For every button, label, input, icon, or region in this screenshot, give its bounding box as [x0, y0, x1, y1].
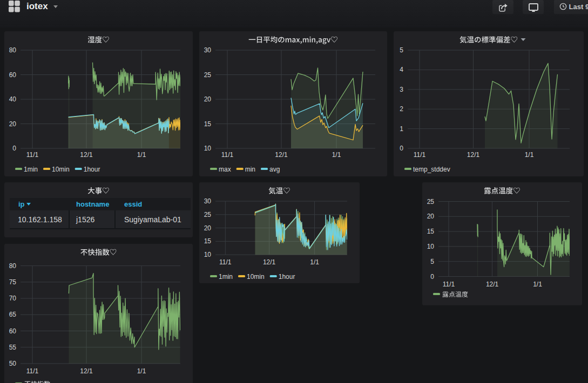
svg-text:11/1: 11/1 — [221, 151, 234, 159]
svg-text:15: 15 — [204, 237, 212, 245]
svg-text:12/1: 12/1 — [275, 151, 288, 159]
svg-text:5: 5 — [430, 258, 434, 265]
svg-text:0: 0 — [400, 145, 403, 152]
svg-text:12/1: 12/1 — [467, 151, 480, 159]
svg-text:0: 0 — [430, 273, 434, 281]
svg-text:1/1: 1/1 — [525, 151, 534, 159]
svg-text:1/1: 1/1 — [137, 367, 146, 375]
svg-text:1: 1 — [400, 125, 403, 133]
svg-text:0: 0 — [12, 145, 16, 152]
svg-text:max: max — [219, 166, 231, 173]
svg-text:65: 65 — [9, 311, 17, 318]
svg-text:11/1: 11/1 — [26, 367, 39, 375]
svg-text:10: 10 — [204, 251, 212, 258]
svg-text:75: 75 — [9, 278, 17, 286]
svg-text:1/1: 1/1 — [332, 151, 341, 159]
svg-text:30: 30 — [204, 197, 212, 205]
svg-text:5: 5 — [400, 46, 403, 54]
svg-text:20: 20 — [204, 224, 212, 232]
svg-text:70: 70 — [9, 295, 17, 302]
svg-text:10: 10 — [204, 145, 212, 152]
svg-text:1hour: 1hour — [84, 166, 100, 173]
svg-text:50: 50 — [9, 360, 17, 367]
svg-text:1hour: 1hour — [279, 273, 295, 281]
svg-text:25: 25 — [204, 211, 212, 218]
svg-text:1/1: 1/1 — [137, 151, 146, 159]
svg-text:10min: 10min — [247, 273, 265, 281]
svg-text:2: 2 — [400, 105, 403, 113]
svg-text:min: min — [245, 166, 255, 173]
svg-text:40: 40 — [9, 95, 17, 103]
svg-text:3: 3 — [400, 86, 403, 93]
svg-text:avg: avg — [269, 166, 280, 173]
svg-text:12/1: 12/1 — [80, 151, 93, 159]
svg-text:10: 10 — [427, 243, 435, 250]
svg-text:11/1: 11/1 — [219, 258, 232, 266]
svg-text:1min: 1min — [24, 166, 38, 173]
svg-text:11/1: 11/1 — [443, 281, 455, 288]
svg-text:30: 30 — [204, 46, 212, 54]
svg-text:25: 25 — [204, 71, 212, 79]
svg-text:12/1: 12/1 — [486, 281, 499, 288]
svg-text:temp_stddev: temp_stddev — [413, 166, 450, 173]
svg-text:4: 4 — [400, 66, 403, 73]
svg-text:12/1: 12/1 — [263, 258, 276, 266]
svg-text:1/1: 1/1 — [533, 281, 542, 288]
svg-text:55: 55 — [9, 344, 17, 351]
svg-text:20: 20 — [427, 213, 435, 220]
svg-text:25: 25 — [427, 198, 435, 206]
svg-text:60: 60 — [9, 71, 17, 79]
svg-text:80: 80 — [9, 262, 17, 270]
svg-text:60: 60 — [9, 327, 17, 335]
svg-text:20: 20 — [9, 120, 17, 128]
svg-text:1/1: 1/1 — [310, 258, 319, 266]
svg-text:15: 15 — [427, 228, 435, 235]
svg-text:12/1: 12/1 — [80, 367, 93, 375]
svg-text:15: 15 — [204, 120, 212, 128]
svg-text:11/1: 11/1 — [26, 151, 39, 159]
svg-text:20: 20 — [204, 95, 212, 103]
svg-text:11/1: 11/1 — [414, 151, 426, 159]
svg-text:80: 80 — [9, 46, 17, 54]
svg-text:1min: 1min — [219, 273, 233, 281]
svg-text:10min: 10min — [52, 166, 70, 173]
